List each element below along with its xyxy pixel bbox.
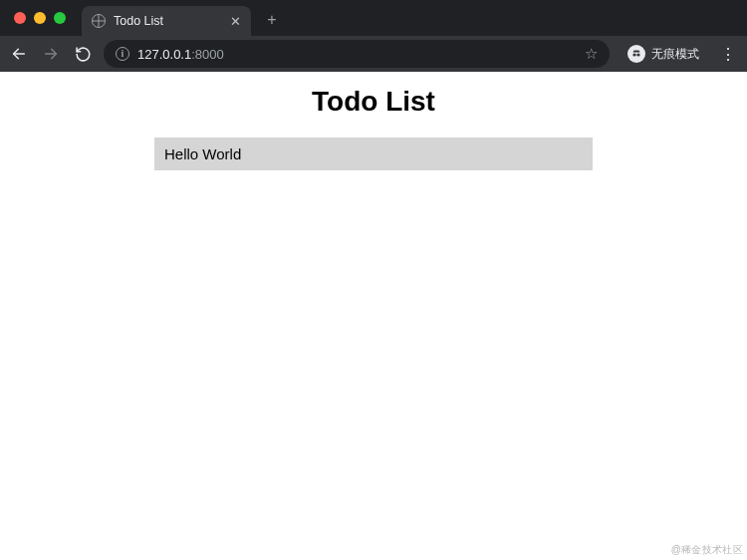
globe-icon [92,14,106,28]
close-tab-icon[interactable]: ✕ [230,15,241,28]
toolbar: 127.0.0.1:8000 ☆ 无痕模式 ⋮ [0,36,747,72]
close-window-button[interactable] [14,12,26,24]
url-text: 127.0.0.1:8000 [137,47,224,62]
page-title: Todo List [0,86,747,118]
menu-button[interactable]: ⋮ [717,45,739,64]
site-info-icon[interactable] [116,47,129,61]
svg-point-2 [632,53,635,56]
arrow-left-icon [11,46,27,62]
minimize-window-button[interactable] [34,12,46,24]
address-bar[interactable]: 127.0.0.1:8000 ☆ [104,40,610,68]
watermark-text: @稀金技术社区 [671,543,743,557]
new-tab-button[interactable]: + [259,7,285,33]
forward-button[interactable] [40,43,62,65]
bookmark-star-icon[interactable]: ☆ [585,45,598,63]
incognito-chip[interactable]: 无痕模式 [620,42,707,66]
browser-tab[interactable]: Todo List ✕ [82,6,251,36]
window-controls [8,12,82,24]
svg-point-3 [636,53,639,56]
kebab-icon: ⋮ [720,46,736,63]
browser-chrome: Todo List ✕ + 127.0.0.1:8000 ☆ 无痕模式 ⋮ [0,0,747,72]
svg-rect-4 [636,55,637,56]
todo-item[interactable]: Hello World [154,138,593,170]
maximize-window-button[interactable] [54,12,66,24]
incognito-label: 无痕模式 [651,46,699,63]
titlebar: Todo List ✕ + [0,0,747,36]
arrow-right-icon [43,46,59,62]
page-content: Todo List Hello World [0,72,747,170]
back-button[interactable] [8,43,30,65]
tab-title: Todo List [114,14,163,28]
reload-icon [75,46,92,63]
reload-button[interactable] [72,43,94,65]
incognito-icon [627,45,645,63]
